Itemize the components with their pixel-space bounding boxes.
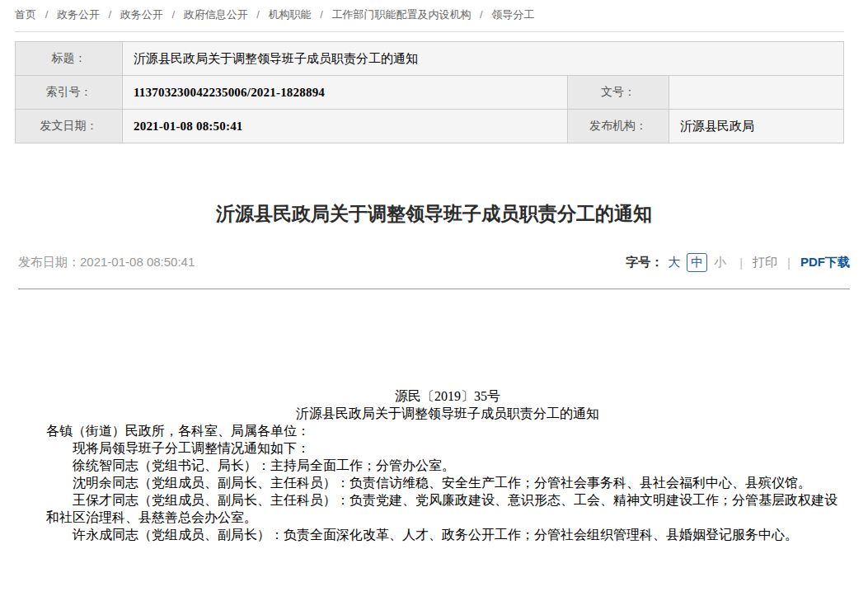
article-toolbar: 字号： 大 中 小 | 打印 | PDF下载 xyxy=(626,253,850,272)
font-size-small-button[interactable]: 小 xyxy=(714,255,726,270)
page-title: 沂源县民政局关于调整领导班子成员职责分工的通知 xyxy=(16,201,852,226)
font-size-label: 字号： xyxy=(626,255,663,270)
breadcrumb-link-zhengwu-1[interactable]: 政务公开 xyxy=(57,8,100,21)
meta-label-title: 标题： xyxy=(16,42,123,76)
page: 首页 / 政务公开 / 政务公开 / 政府信息公开 / 机构职能 / 工作部门职… xyxy=(0,0,868,596)
breadcrumb-link-org-functions[interactable]: 机构职能 xyxy=(269,8,312,21)
meta-label-index-number: 索引号： xyxy=(16,76,123,110)
paragraph: 各镇（街道）民政所，各科室、局属各单位： xyxy=(46,422,849,439)
document-number: 源民〔2019〕35号 xyxy=(46,387,849,405)
paragraph: 现将局领导班子分工调整情况通知如下： xyxy=(46,439,849,457)
breadcrumb-link-zhengwu-2[interactable]: 政务公开 xyxy=(120,8,163,21)
breadcrumb-link-home[interactable]: 首页 xyxy=(15,8,36,21)
breadcrumb-separator: / xyxy=(45,8,49,21)
meta-value-issue-date: 2021-01-08 08:50:41 xyxy=(123,110,568,143)
meta-row-date: 发文日期： 2021-01-08 08:50:41 发布机构： 沂源县民政局 xyxy=(16,110,844,143)
breadcrumb-link-info-disclosure[interactable]: 政府信息公开 xyxy=(184,8,248,21)
meta-table: 标题： 沂源县民政局关于调整领导班子成员职责分工的通知 索引号： 1137032… xyxy=(15,41,844,143)
paragraph: 沈明余同志（党组成员、副局长、主任科员）：负责信访维稳、安全生产工作；分管社会事… xyxy=(46,474,849,491)
breadcrumb: 首页 / 政务公开 / 政务公开 / 政府信息公开 / 机构职能 / 工作部门职… xyxy=(15,0,844,32)
font-size-medium-button[interactable]: 中 xyxy=(687,253,707,272)
article-body: 源民〔2019〕35号 沂源县民政局关于调整领导班子成员职责分工的通知 各镇（街… xyxy=(0,289,868,543)
paragraph: 许永成同志（党组成员、副局长）：负责全面深化改革、人才、政务公开工作；分管社会组… xyxy=(46,526,849,543)
breadcrumb-link-leader-division[interactable]: 领导分工 xyxy=(491,8,534,21)
pdf-download-button[interactable]: PDF下载 xyxy=(800,255,850,270)
meta-value-index-number: 113703230042235006/2021-1828894 xyxy=(123,76,568,110)
font-size-large-button[interactable]: 大 xyxy=(668,255,680,270)
publish-date-value: 2021-01-08 08:50:41 xyxy=(80,255,195,269)
meta-row-index: 索引号： 113703230042235006/2021-1828894 文号： xyxy=(16,76,844,110)
meta-value-issuing-org: 沂源县民政局 xyxy=(669,110,844,143)
paragraph: 王保才同志（党组成员、副局长、主任科员）：负责党建、党风廉政建设、意识形态、工会… xyxy=(46,491,849,526)
meta-value-doc-number xyxy=(669,76,844,110)
breadcrumb-separator: / xyxy=(171,8,175,21)
breadcrumb-link-dept-config[interactable]: 工作部门职能配置及内设机构 xyxy=(331,8,471,21)
breadcrumb-separator: / xyxy=(320,8,323,21)
publish-date: 发布日期：2021-01-08 08:50:41 xyxy=(18,255,195,270)
toolbar-separator: | xyxy=(739,256,743,270)
meta-value-title: 沂源县民政局关于调整领导班子成员职责分工的通知 xyxy=(123,42,844,76)
meta-label-issue-date: 发文日期： xyxy=(16,110,123,143)
toolbar-separator: | xyxy=(787,256,791,270)
article-meta-bar: 发布日期：2021-01-08 08:50:41 字号： 大 中 小 | 打印 … xyxy=(18,253,850,272)
document-body-title: 沂源县民政局关于调整领导班子成员职责分工的通知 xyxy=(46,405,849,422)
breadcrumb-separator: / xyxy=(480,8,483,21)
meta-label-doc-number: 文号： xyxy=(568,76,669,110)
breadcrumb-separator: / xyxy=(109,8,112,21)
meta-label-issuing-org: 发布机构： xyxy=(568,110,669,143)
paragraph: 徐统智同志（党组书记、局长）：主持局全面工作；分管办公室。 xyxy=(46,457,849,474)
publish-date-label: 发布日期： xyxy=(18,255,80,269)
breadcrumb-separator: / xyxy=(256,8,260,21)
meta-row-title: 标题： 沂源县民政局关于调整领导班子成员职责分工的通知 xyxy=(16,42,844,76)
print-button[interactable]: 打印 xyxy=(753,255,777,270)
